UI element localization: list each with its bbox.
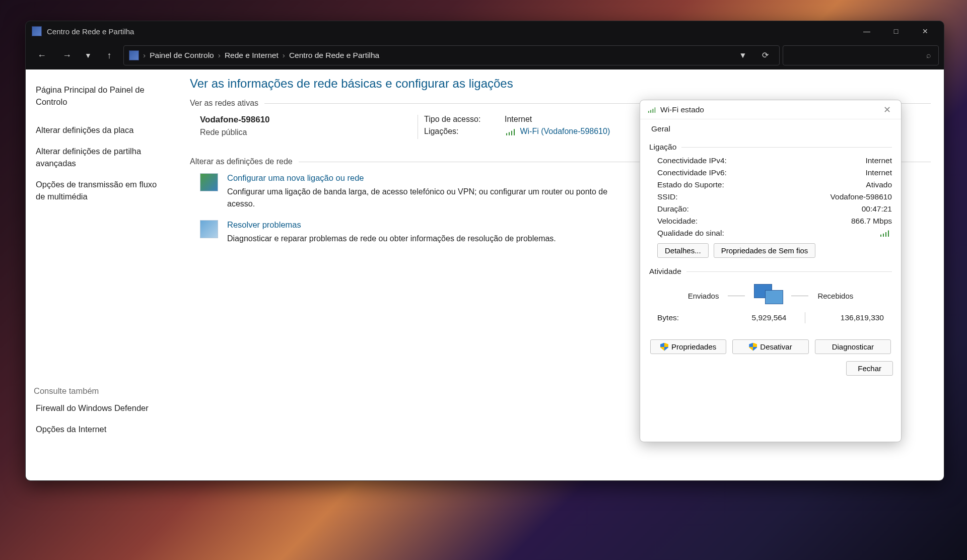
kv-value: Vodafone-598610 xyxy=(831,192,892,201)
dialog-close-ok-button[interactable]: Fechar xyxy=(846,361,893,376)
search-icon: ⌕ xyxy=(926,51,931,60)
kv-value: 00:47:21 xyxy=(862,204,892,214)
received-label: Recebidos xyxy=(817,292,853,300)
bytes-sent: 5,929,564 xyxy=(708,313,805,322)
minimize-button[interactable]: — xyxy=(852,21,881,41)
active-networks-label: Ver as redes ativas xyxy=(190,99,258,108)
wifi-properties-button[interactable]: Propriedades de Sem fios xyxy=(714,243,816,258)
sidebar-item-streaming[interactable]: Opções de transmissão em fluxo de multim… xyxy=(34,176,169,205)
sidebar-item-adapter[interactable]: Alterar definições da placa xyxy=(34,122,169,139)
activity-heading: Atividade xyxy=(649,267,681,276)
connection-heading: Ligação xyxy=(649,143,676,152)
dialog-close-button[interactable]: ✕ xyxy=(879,102,895,118)
signal-icon xyxy=(647,107,656,113)
search-input[interactable]: ⌕ xyxy=(783,45,939,65)
connection-link[interactable]: Wi-Fi (Vodafone-598610) xyxy=(520,127,610,135)
page-title: Ver as informações de rede básicas e con… xyxy=(190,77,931,91)
access-type-value: Internet xyxy=(505,115,532,124)
dialog-tabs: Geral xyxy=(640,119,901,135)
breadcrumb-sep: › xyxy=(143,51,146,60)
kv-label: Conectividade IPv4: xyxy=(657,156,727,165)
titlebar: Centro de Rede e Partilha — □ ✕ xyxy=(26,21,944,41)
computers-icon xyxy=(754,284,782,307)
signal-icon xyxy=(505,128,515,135)
kv-label: Conectividade IPv6: xyxy=(657,168,727,177)
task-title-0[interactable]: Configurar uma nova ligação ou rede xyxy=(227,173,630,183)
change-settings-label: Alterar as definições de rede xyxy=(190,157,293,166)
breadcrumb-item-1[interactable]: Rede e Internet xyxy=(225,51,279,60)
kv-label: Estado do Suporte: xyxy=(657,180,724,189)
disable-button[interactable]: Desativar xyxy=(732,339,808,354)
properties-button[interactable]: Propriedades xyxy=(650,339,726,354)
dialog-titlebar: Wi-Fi estado ✕ xyxy=(640,100,901,119)
history-dropdown[interactable]: ▼ xyxy=(81,44,95,66)
connections-label: Ligações: xyxy=(424,127,505,136)
dialog-title: Wi-Fi estado xyxy=(660,105,704,114)
kv-label: Duração: xyxy=(657,204,689,214)
breadcrumb-item-0[interactable]: Painel de Controlo xyxy=(150,51,214,60)
kv-value: Ativado xyxy=(866,180,892,189)
bytes-received: 136,819,330 xyxy=(805,313,884,322)
sidebar-item-firewall[interactable]: Firewall do Windows Defender xyxy=(34,400,169,417)
connection-group: Ligação Conectividade IPv4:Internet Cone… xyxy=(649,143,892,258)
shield-icon xyxy=(660,343,668,351)
details-button[interactable]: Detalhes... xyxy=(657,243,709,258)
shield-icon xyxy=(749,343,757,351)
sidebar: Página Principal do Painel de Controlo A… xyxy=(26,69,177,480)
task-desc-0: Configurar uma ligação de banda larga, d… xyxy=(227,186,630,210)
see-also-heading: Consulte também xyxy=(34,386,169,396)
network-type: Rede pública xyxy=(200,128,411,137)
breadcrumb-item-2[interactable]: Centro de Rede e Partilha xyxy=(289,51,379,60)
activity-group: Atividade Enviados Recebidos Bytes: 5,92… xyxy=(649,267,892,325)
kv-value: 866.7 Mbps xyxy=(851,217,892,226)
app-icon xyxy=(32,26,42,36)
close-button[interactable]: ✕ xyxy=(911,21,940,41)
dialog-body: Ligação Conectividade IPv4:Internet Cone… xyxy=(640,135,901,442)
sidebar-item-home[interactable]: Página Principal do Painel de Controlo xyxy=(34,82,169,111)
kv-value: Internet xyxy=(865,156,892,165)
signal-quality-label: Qualidade do sinal: xyxy=(657,229,724,238)
window-title: Centro de Rede e Partilha xyxy=(47,27,134,36)
task-title-1[interactable]: Resolver problemas xyxy=(227,220,556,230)
breadcrumb-icon xyxy=(129,50,139,60)
tab-general[interactable]: Geral xyxy=(646,122,675,135)
address-dropdown[interactable]: ▼ xyxy=(734,46,752,64)
bytes-label: Bytes: xyxy=(657,313,708,322)
network-setup-icon xyxy=(200,173,218,191)
signal-quality-icon xyxy=(879,230,889,237)
network-name: Vodafone-598610 xyxy=(200,115,411,125)
up-button[interactable]: ↑ xyxy=(98,44,120,66)
maximize-button[interactable]: □ xyxy=(881,21,911,41)
refresh-button[interactable]: ⟳ xyxy=(756,46,774,64)
sent-label: Enviados xyxy=(688,292,719,300)
task-desc-1: Diagnosticar e reparar problemas de rede… xyxy=(227,233,556,245)
navigation-bar: ← → ▼ ↑ › Painel de Controlo › Rede e In… xyxy=(26,41,944,69)
troubleshoot-icon xyxy=(200,220,218,238)
window-controls: — □ ✕ xyxy=(852,21,940,41)
wifi-status-dialog: Wi-Fi estado ✕ Geral Ligação Conectivida… xyxy=(640,100,902,442)
kv-label: SSID: xyxy=(657,192,677,201)
sidebar-item-sharing[interactable]: Alterar definições de partilha avançadas xyxy=(34,143,169,172)
access-type-label: Tipo de acesso: xyxy=(424,115,505,124)
forward-button[interactable]: → xyxy=(56,44,78,66)
sidebar-item-internet-options[interactable]: Opções da Internet xyxy=(34,421,169,438)
back-button[interactable]: ← xyxy=(31,44,53,66)
kv-label: Velocidade: xyxy=(657,217,698,226)
kv-value: Internet xyxy=(865,168,892,177)
diagnose-button[interactable]: Diagnosticar xyxy=(815,339,891,354)
breadcrumb[interactable]: › Painel de Controlo › Rede e Internet ›… xyxy=(123,45,780,65)
dialog-action-buttons: Propriedades Desativar Diagnosticar xyxy=(648,331,893,356)
